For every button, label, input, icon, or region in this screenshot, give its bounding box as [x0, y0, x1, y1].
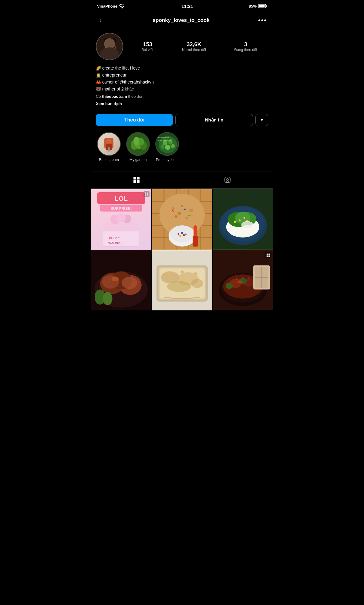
svg-point-4: [102, 51, 119, 60]
carrier-text: VinaPhone: [97, 4, 117, 9]
svg-rect-134: [268, 253, 270, 255]
svg-point-80: [183, 234, 185, 236]
avatar[interactable]: [96, 33, 123, 60]
svg-point-37: [227, 179, 228, 180]
svg-rect-39: [97, 192, 145, 204]
highlight-prep[interactable]: i always have green vegetables Prep my f…: [155, 132, 179, 162]
svg-rect-5: [109, 49, 112, 53]
message-button[interactable]: Nhắn tin: [175, 114, 253, 126]
avatar-image: [96, 33, 123, 60]
svg-rect-133: [267, 253, 268, 255]
avatar-illustration: [96, 33, 123, 60]
profile-header: ‹ sponky_loves_to_cook •••: [91, 12, 273, 30]
svg-point-128: [238, 280, 242, 283]
svg-rect-50: [145, 193, 146, 194]
svg-point-68: [185, 217, 188, 219]
svg-point-22: [139, 138, 144, 145]
status-left: VinaPhone: [97, 2, 126, 10]
svg-rect-3: [96, 33, 123, 60]
svg-point-127: [248, 277, 250, 279]
svg-rect-35: [137, 180, 140, 183]
following-count: 3: [234, 41, 257, 48]
svg-point-76: [177, 233, 179, 235]
following-label: Đang theo dõi: [234, 48, 257, 52]
svg-point-94: [241, 221, 254, 228]
svg-point-45: [110, 214, 120, 224]
svg-text:green vegetables: green vegetables: [158, 139, 172, 141]
svg-rect-33: [137, 177, 140, 179]
cookie-illustration: [152, 189, 212, 250]
bio-line-3: 🦀 owner of @thecrabshackvn: [96, 79, 268, 85]
followers-label: Người theo dõi: [182, 48, 206, 52]
multi-indicator-2: [265, 252, 271, 258]
highlight-img-3: i always have green vegetables: [156, 133, 178, 155]
highlight-label-1: Buttercream: [99, 158, 119, 162]
posts-label: Bài viết: [142, 48, 154, 52]
highlight-label-3: Prep my foo...: [156, 158, 179, 162]
lol-cake-illustration: LOL SURPRISE! CHLOE NGUYEN: [91, 189, 151, 250]
profile-top: 153 Bài viết 32,6K Người theo dõi 3 Đang…: [96, 33, 268, 60]
highlight-img-1: [98, 133, 120, 155]
back-button[interactable]: ‹: [97, 15, 104, 26]
svg-rect-36: [225, 177, 230, 183]
bio-line-3-text: 🦀 owner of @thecrabshackvn: [96, 80, 154, 84]
highlight-circle-2: [126, 132, 150, 156]
grid-item-rice[interactable]: [213, 189, 273, 250]
rice-illustration: [213, 189, 273, 250]
svg-text:SURPRISE!: SURPRISE!: [110, 206, 132, 211]
bio-more-label[interactable]: khác: [125, 87, 134, 91]
garden-illustration: [127, 133, 150, 156]
svg-point-79: [179, 235, 181, 237]
multi-post-icon-2: [266, 253, 270, 257]
stat-followers[interactable]: 32,6K Người theo dõi: [182, 41, 206, 52]
bio-line-4-text: 🐻 mother of 2: [96, 87, 124, 91]
multi-post-icon: [144, 192, 149, 196]
status-right: 85%: [249, 4, 267, 9]
soup-illustration: [213, 250, 273, 311]
dropdown-button[interactable]: ▾: [255, 114, 268, 126]
svg-rect-41: [100, 205, 142, 212]
svg-rect-32: [133, 177, 136, 179]
bio-line-4: 🐻 mother of 2 khác: [96, 86, 268, 92]
posts-count: 153: [142, 41, 154, 48]
svg-point-46: [123, 214, 131, 223]
svg-point-91: [239, 219, 241, 221]
multi-indicator-1: [143, 191, 150, 197]
svg-point-125: [236, 278, 238, 280]
tab-grid[interactable]: [91, 172, 182, 188]
stat-posts[interactable]: 153 Bài viết: [142, 41, 154, 52]
stats-row: 153 Bài viết 32,6K Người theo dõi 3 Đang…: [130, 41, 268, 52]
tab-tagged[interactable]: [182, 172, 273, 188]
svg-point-114: [180, 270, 184, 273]
grid-item-cookie[interactable]: [152, 189, 212, 250]
photo-grid: LOL SURPRISE! CHLOE NGUYEN: [91, 189, 273, 310]
highlights-row: Buttercream My garden: [96, 132, 268, 167]
grid-item-chicken[interactable]: [91, 250, 151, 311]
svg-point-27: [165, 145, 170, 150]
bio-follower-name[interactable]: thieubaotram: [102, 94, 127, 99]
action-buttons: Theo dõi Nhắn tin ▾: [96, 114, 268, 126]
svg-text:i always have: i always have: [158, 137, 170, 138]
svg-point-65: [181, 205, 183, 207]
profile-username: sponky_loves_to_cook: [153, 17, 210, 23]
follow-button[interactable]: Theo dõi: [96, 114, 173, 126]
grid-item-lol[interactable]: LOL SURPRISE! CHLOE NGUYEN: [91, 189, 151, 250]
more-options-button[interactable]: •••: [258, 16, 267, 24]
grid-item-soup[interactable]: [213, 250, 273, 311]
svg-rect-9: [106, 46, 109, 49]
svg-rect-135: [267, 255, 268, 257]
grid-item-casserole[interactable]: [152, 250, 212, 311]
status-time: 11:21: [181, 4, 193, 9]
stat-following[interactable]: 3 Đang theo dõi: [234, 41, 257, 52]
battery-icon: [258, 4, 267, 8]
wifi-icon: [119, 2, 126, 10]
svg-rect-52: [145, 194, 146, 196]
highlight-buttercream[interactable]: Buttercream: [97, 132, 121, 162]
svg-point-75: [170, 225, 194, 242]
svg-point-78: [185, 234, 187, 235]
svg-point-14: [106, 139, 111, 143]
highlight-label-2: My garden: [130, 158, 147, 162]
bio-translate-button[interactable]: Xem bản dịch: [96, 101, 268, 107]
svg-point-111: [167, 281, 191, 292]
highlight-garden[interactable]: My garden: [126, 132, 150, 162]
